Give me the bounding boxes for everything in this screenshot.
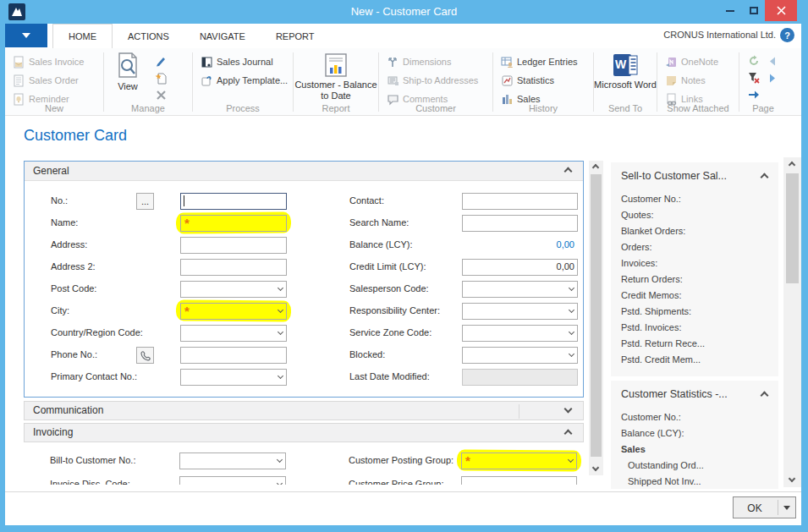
view-icon bbox=[116, 52, 140, 80]
factbox-field[interactable]: Balance (LCY): bbox=[621, 425, 772, 442]
company-name: CRONUS International Ltd. bbox=[663, 30, 776, 40]
new-button[interactable] bbox=[151, 69, 170, 86]
credit-limit-input[interactable]: 0,00 bbox=[462, 259, 578, 276]
city-dropdown[interactable]: * bbox=[180, 303, 287, 320]
factbox-field[interactable]: Customer No.: bbox=[621, 409, 772, 425]
ribbon-group-send-to: W Microsoft Word Send To bbox=[594, 48, 657, 115]
bill-to-customer-dropdown[interactable] bbox=[179, 452, 286, 469]
close-button[interactable] bbox=[765, 0, 797, 21]
factbox-scrollbar[interactable] bbox=[783, 157, 801, 487]
main-scrollbar[interactable] bbox=[589, 161, 603, 475]
field-label-no: No.: bbox=[51, 195, 68, 206]
factbox-field[interactable]: Shipped Not Inv... bbox=[621, 474, 772, 490]
customer-balance-to-date-button[interactable]: Customer - Balance to Date bbox=[294, 48, 378, 101]
assist-edit-button[interactable]: ... bbox=[136, 193, 154, 210]
salesperson-code-dropdown[interactable] bbox=[462, 281, 578, 298]
collapse-chevron-icon[interactable] bbox=[564, 167, 573, 176]
no-input[interactable] bbox=[180, 193, 287, 210]
ribbon-group-label: New bbox=[5, 103, 103, 113]
ok-button[interactable]: OK bbox=[733, 496, 796, 518]
customer-price-group-input[interactable] bbox=[461, 476, 577, 485]
ledger-entries-button[interactable]: Ledger Entries bbox=[500, 52, 590, 71]
field-label-salesperson: Salesperson Code: bbox=[349, 283, 429, 293]
field-label-address: Address: bbox=[51, 239, 87, 250]
go-to-button[interactable] bbox=[745, 86, 763, 103]
country-region-dropdown[interactable] bbox=[180, 325, 287, 342]
factbox-field[interactable]: Pstd. Shipments: bbox=[621, 304, 772, 320]
ship-to-addresses-button[interactable]: Ship-to Addresses bbox=[386, 71, 489, 90]
factbox-field[interactable]: Invoices: bbox=[621, 255, 772, 271]
scroll-up-icon[interactable] bbox=[592, 164, 599, 171]
phone-input[interactable] bbox=[180, 347, 287, 364]
factbox-field[interactable]: Credit Memos: bbox=[621, 288, 772, 304]
sales-journal-button[interactable]: Sales Journal bbox=[200, 52, 289, 71]
help-icon[interactable]: ? bbox=[780, 28, 794, 42]
clear-filter-icon bbox=[748, 72, 760, 84]
scroll-up-icon[interactable] bbox=[789, 162, 795, 168]
apply-template-button[interactable]: Apply Template... bbox=[200, 71, 289, 90]
sales-order-button[interactable]: Sales Order bbox=[12, 71, 100, 90]
invoice-disc-code-dropdown[interactable] bbox=[179, 476, 286, 485]
scroll-down-icon[interactable] bbox=[592, 464, 599, 471]
statistics-button[interactable]: Statistics bbox=[500, 71, 590, 90]
refresh-button[interactable] bbox=[745, 52, 763, 69]
collapse-chevron-icon[interactable] bbox=[761, 392, 769, 400]
primary-contact-dropdown[interactable] bbox=[180, 369, 287, 386]
factbox-field[interactable]: Outstanding Ord... bbox=[621, 458, 772, 474]
view-button[interactable]: View bbox=[104, 48, 151, 103]
previous-button[interactable] bbox=[763, 52, 782, 69]
factbox-field[interactable]: Quotes: bbox=[621, 207, 772, 223]
fasttab-invoicing-header[interactable]: Invoicing bbox=[25, 424, 583, 442]
microsoft-word-button[interactable]: W Microsoft Word bbox=[594, 48, 657, 90]
application-menu-button[interactable] bbox=[5, 24, 47, 47]
factbox-field[interactable]: Pstd. Credit Mem... bbox=[621, 352, 772, 368]
edit-button[interactable] bbox=[151, 52, 170, 69]
blocked-dropdown[interactable] bbox=[462, 347, 578, 364]
address2-input[interactable] bbox=[180, 259, 287, 276]
factbox-field[interactable]: Orders: bbox=[621, 239, 772, 255]
sales-invoice-button[interactable]: Sales Invoice bbox=[12, 52, 100, 71]
field-label-name: Name: bbox=[51, 217, 78, 228]
factbox-field[interactable]: Return Orders: bbox=[621, 271, 772, 288]
delete-button[interactable] bbox=[151, 86, 170, 103]
contact-input[interactable] bbox=[462, 193, 578, 210]
scrollbar-thumb[interactable] bbox=[591, 174, 602, 457]
ribbon-item-label: Microsoft Word bbox=[594, 80, 657, 90]
clear-filter-button[interactable] bbox=[745, 69, 763, 86]
responsibility-center-dropdown[interactable] bbox=[462, 303, 578, 320]
maximize-button[interactable] bbox=[743, 0, 765, 21]
post-code-dropdown[interactable] bbox=[180, 281, 287, 298]
fasttab-communication-header[interactable]: Communication bbox=[25, 402, 583, 420]
tab-actions[interactable]: ACTIONS bbox=[113, 24, 184, 48]
address-input[interactable] bbox=[180, 237, 287, 254]
collapse-chevron-icon[interactable] bbox=[761, 173, 769, 182]
chevron-down-icon[interactable] bbox=[783, 506, 790, 510]
expand-chevron-icon[interactable] bbox=[564, 405, 573, 414]
collapse-chevron-icon[interactable] bbox=[564, 430, 573, 438]
tab-navigate[interactable]: NAVIGATE bbox=[184, 24, 261, 48]
ribbon-group-label: Manage bbox=[104, 103, 192, 113]
customer-posting-group-dropdown[interactable]: * bbox=[461, 452, 577, 469]
notes-icon bbox=[664, 74, 678, 87]
onenote-button[interactable]: OneNote bbox=[664, 52, 735, 71]
factbox-field[interactable]: Pstd. Return Rece... bbox=[621, 336, 772, 352]
notes-button[interactable]: Notes bbox=[664, 71, 735, 90]
scroll-down-icon[interactable] bbox=[789, 475, 795, 482]
service-zone-dropdown[interactable] bbox=[462, 325, 578, 342]
phone-dial-button[interactable] bbox=[136, 347, 154, 364]
go-to-arrow-icon bbox=[748, 90, 760, 99]
balance-value[interactable]: 0,00 bbox=[462, 237, 578, 254]
fasttab-communication: Communication bbox=[24, 401, 584, 420]
minimize-button[interactable] bbox=[719, 0, 741, 21]
search-name-input[interactable] bbox=[462, 215, 578, 232]
fasttab-general-header[interactable]: General bbox=[25, 162, 583, 181]
tab-report[interactable]: REPORT bbox=[261, 24, 330, 48]
tab-home[interactable]: HOME bbox=[52, 24, 113, 48]
factbox-field[interactable]: Blanket Orders: bbox=[621, 223, 772, 239]
factbox-field[interactable]: Customer No.: bbox=[621, 191, 772, 207]
next-button[interactable] bbox=[763, 69, 782, 86]
factbox-field[interactable]: Pstd. Invoices: bbox=[621, 320, 772, 336]
dimensions-button[interactable]: Dimensions bbox=[386, 52, 489, 71]
name-input[interactable]: * bbox=[180, 215, 287, 232]
scrollbar-thumb[interactable] bbox=[786, 173, 799, 283]
